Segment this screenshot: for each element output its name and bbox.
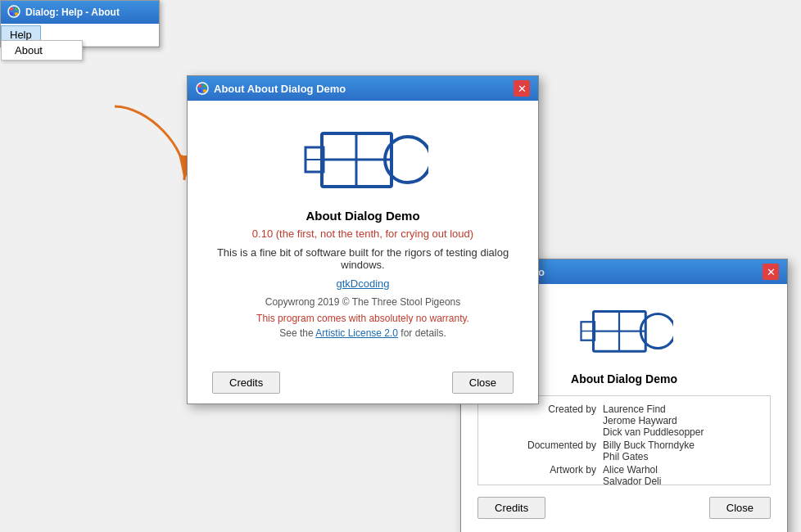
close-button[interactable]: Close	[452, 372, 514, 394]
svg-point-1	[10, 7, 13, 11]
app-title-text: Dialog: Help - About	[25, 7, 120, 18]
credits-scroll-area[interactable]: Created by Laurence Find Jerome Hayward …	[477, 395, 771, 485]
credit-value: Billy Buck Thorndyke	[603, 440, 760, 451]
svg-point-4	[15, 12, 18, 16]
credits-credits-button[interactable]: Credits	[477, 497, 545, 519]
dialog-about: About About Dialog Demo ✕ About Dialog D…	[187, 75, 539, 404]
svg-point-7	[198, 84, 201, 88]
credits-button[interactable]: Credits	[212, 372, 280, 394]
about-app-name: About Dialog Demo	[212, 209, 514, 223]
svg-point-8	[203, 84, 206, 88]
label-created: Created by	[485, 403, 600, 439]
credit-value: Salvador Deli	[603, 476, 760, 485]
app-logo	[212, 117, 514, 199]
credits-dialog-buttons: Credits Close	[477, 494, 771, 525]
menu-item-about[interactable]: About	[2, 41, 82, 60]
svg-point-0	[8, 6, 20, 17]
label-documented: Documented by	[485, 439, 600, 463]
app-title-icon	[7, 5, 20, 20]
app-window: Dialog: Help - About Help About	[0, 0, 160, 47]
dialog-about-buttons: Credits Close	[188, 365, 538, 404]
svg-point-6	[197, 83, 208, 94]
about-copyright: Copywrong 2019 © The Three Stool Pigeons	[212, 296, 514, 308]
svg-point-2	[15, 7, 18, 11]
credit-value: Alice Warhol	[603, 464, 760, 476]
label-artwork: Artwork by	[485, 463, 600, 485]
dialog-about-close-btn[interactable]: ✕	[514, 80, 530, 97]
credit-value: Laurence Find	[603, 404, 760, 415]
table-row: Documented by Billy Buck Thorndyke Phil …	[485, 439, 763, 463]
logo-svg	[297, 117, 428, 199]
dialog-about-titlebar: About About Dialog Demo ✕	[188, 76, 538, 101]
dialog-credits-close-btn[interactable]: ✕	[763, 264, 779, 280]
credits-logo-svg	[575, 297, 673, 363]
credit-value: Jerome Hayward	[603, 415, 760, 426]
dialog-about-icon	[196, 82, 209, 95]
dialog-about-title: About About Dialog Demo	[214, 83, 346, 95]
about-warranty: This program comes with absolutely no wa…	[212, 313, 514, 324]
svg-point-3	[10, 12, 13, 16]
app-titlebar: Dialog: Help - About	[1, 1, 159, 24]
license-link[interactable]: Artistic License 2.0	[315, 327, 398, 339]
table-row: Artwork by Alice Warhol Salvador Deli My…	[485, 463, 763, 485]
credit-value: Phil Gates	[603, 451, 760, 462]
about-description: This is a fine bit of software built for…	[212, 246, 514, 271]
about-license: See the Artistic License 2.0 for details…	[212, 327, 514, 339]
credit-value: Dick van Puddlesopper	[603, 426, 760, 438]
credits-table: Created by Laurence Find Jerome Hayward …	[485, 403, 763, 485]
svg-point-9	[198, 89, 201, 92]
menu-dropdown: About	[1, 40, 83, 61]
svg-point-10	[203, 89, 206, 92]
dialog-about-body: About Dialog Demo 0.10 (the first, not t…	[188, 101, 538, 365]
credits-close-button[interactable]: Close	[709, 497, 771, 519]
about-version: 0.10 (the first, not the tenth, for cryi…	[212, 228, 514, 240]
table-row: Created by Laurence Find Jerome Hayward …	[485, 403, 763, 439]
about-link[interactable]: gtkDcoding	[212, 277, 514, 290]
